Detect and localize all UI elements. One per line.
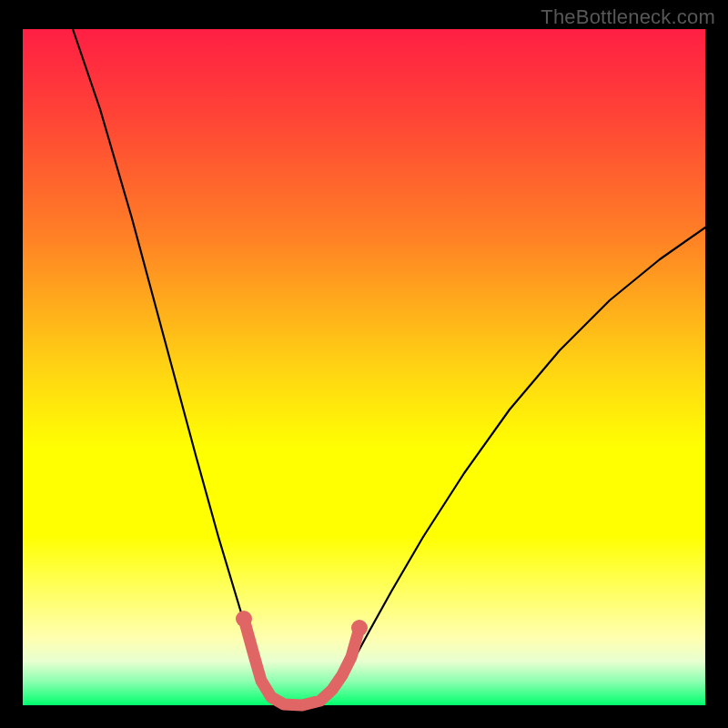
watermark-text: TheBottleneck.com (541, 5, 715, 29)
highlight-dot (236, 611, 252, 627)
bottleneck-chart (0, 0, 728, 728)
highlight-dot (351, 620, 368, 636)
plot-background (23, 29, 705, 705)
chart-frame: TheBottleneck.com (0, 0, 728, 728)
